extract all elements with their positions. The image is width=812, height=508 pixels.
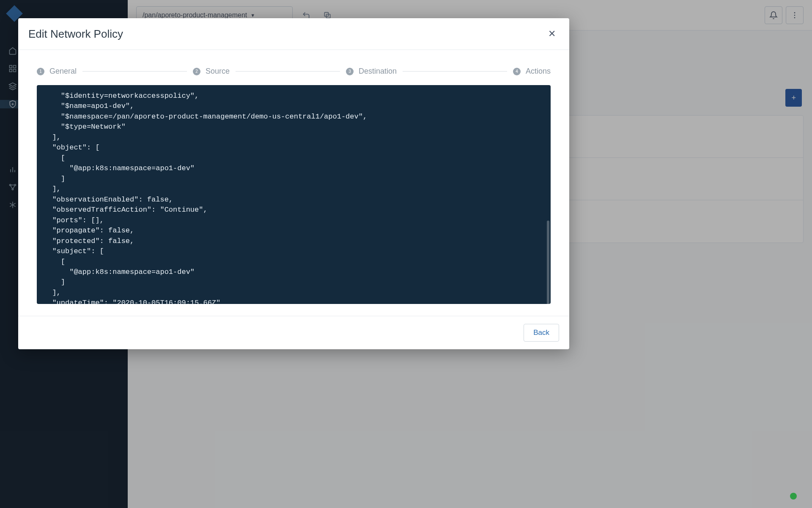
modal-body: 1 General 2 Source 3 Destination 4 Actio… — [18, 50, 569, 316]
status-indicator — [790, 493, 797, 500]
modal-footer: Back — [18, 316, 569, 349]
step-number: 4 — [513, 68, 521, 75]
step-number: 1 — [37, 68, 44, 75]
step-divider — [82, 71, 187, 72]
step-number: 3 — [346, 68, 354, 75]
stepper: 1 General 2 Source 3 Destination 4 Actio… — [37, 67, 551, 76]
step-label: General — [49, 67, 77, 76]
step-number: 2 — [193, 68, 200, 75]
step-label: Actions — [526, 67, 551, 76]
close-icon[interactable]: ✕ — [545, 27, 559, 41]
step-source[interactable]: 2 Source — [193, 67, 230, 76]
modal-title: Edit Network Policy — [28, 28, 123, 41]
back-button[interactable]: Back — [524, 324, 559, 342]
step-label: Destination — [359, 67, 397, 76]
step-actions[interactable]: 4 Actions — [513, 67, 551, 76]
edit-network-policy-modal: Edit Network Policy ✕ 1 General 2 Source… — [18, 18, 569, 349]
scrollbar-thumb[interactable] — [547, 221, 549, 304]
step-label: Source — [206, 67, 230, 76]
step-destination[interactable]: 3 Destination — [346, 67, 397, 76]
code-block[interactable]: "$identity=networkaccesspolicy", "$name=… — [37, 85, 551, 304]
step-general[interactable]: 1 General — [37, 67, 77, 76]
step-divider — [236, 71, 340, 72]
step-divider — [403, 71, 507, 72]
code-content: "$identity=networkaccesspolicy", "$name=… — [44, 92, 367, 304]
modal-header: Edit Network Policy ✕ — [18, 18, 569, 50]
